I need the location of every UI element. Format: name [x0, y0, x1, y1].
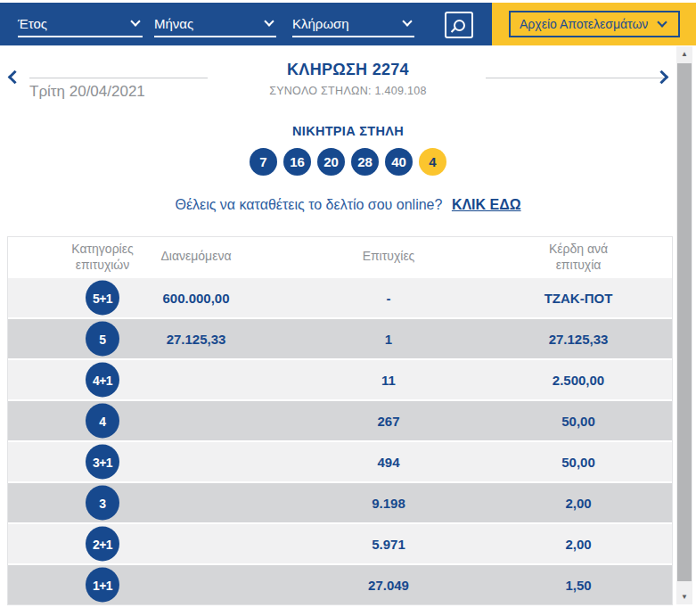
winners-value: 494 — [377, 455, 399, 470]
winning-number-ball: 20 — [317, 148, 345, 176]
winning-number-ball: 7 — [250, 148, 277, 176]
table-row: 4+1 11 2.500,00 — [8, 360, 672, 399]
month-dropdown[interactable]: Μήνας — [154, 11, 276, 37]
scroll-up-arrow-icon[interactable]: ▲ — [676, 46, 692, 62]
prize-table-header: Κατηγορίες επιτυχιών Διανεμόμενα Επιτυχί… — [8, 237, 672, 276]
winning-number-ball: 28 — [351, 148, 379, 176]
category-badge: 2+1 — [86, 527, 119, 562]
chevron-down-icon — [130, 16, 140, 26]
draw-title: ΚΛΗΡΩΣΗ 2274 — [0, 61, 696, 79]
winners-value: 267 — [377, 414, 399, 429]
prize-value: 2,00 — [565, 537, 591, 552]
online-cta-text: Θέλεις να καταθέτεις το δελτίο σου onlin… — [175, 197, 442, 212]
prize-value: 50,00 — [561, 455, 595, 470]
distributed-value: 600.000,00 — [162, 291, 229, 306]
scrollbar-thumb[interactable] — [677, 63, 692, 581]
table-row: 3 9.198 2,00 — [8, 483, 672, 522]
chevron-down-icon — [402, 16, 412, 26]
year-dropdown-label: Έτος — [18, 16, 47, 31]
total-columns-label: ΣΥΝΟΛΟ ΣΤΗΛΩΝ: 1.409.108 — [0, 85, 696, 97]
category-badge: 5+1 — [86, 281, 119, 316]
winners-value: 11 — [381, 373, 396, 388]
winning-number-ball: 16 — [283, 148, 311, 176]
search-icon — [454, 20, 465, 31]
winning-numbers: 7 16 20 28 40 4 — [0, 148, 696, 176]
prize-value: 50,00 — [561, 414, 595, 429]
category-badge: 4 — [86, 404, 119, 439]
vertical-scrollbar[interactable]: ▲ ▼ — [676, 46, 692, 604]
header-categories: Κατηγορίες επιτυχιών — [53, 242, 151, 273]
table-row: 3+1 494 50,00 — [8, 442, 672, 481]
category-badge: 4+1 — [86, 363, 119, 398]
table-row: 2+1 5.971 2,00 — [8, 524, 672, 563]
table-row: 1+1 27.049 1,50 — [8, 565, 672, 604]
prize-value: 27.125,33 — [549, 332, 609, 347]
chevron-down-icon — [264, 16, 274, 26]
results-archive-button[interactable]: Αρχείο Αποτελεσμάτων — [509, 11, 680, 37]
winners-value: 27.049 — [368, 578, 409, 593]
table-row: 5+1 600.000,00 - ΤΖΑΚ-ΠΟΤ — [8, 278, 672, 317]
filter-bar-blue-section: Έτος Μήνας Κλήρωση — [0, 3, 492, 45]
draw-dropdown-label: Κλήρωση — [292, 16, 349, 31]
table-row: 5 27.125,33 1 27.125,33 — [8, 319, 672, 358]
prize-value: 1,50 — [565, 578, 591, 593]
winning-number-ball: 40 — [385, 148, 413, 176]
category-badge: 5 — [86, 322, 119, 357]
winners-value: 1 — [385, 332, 392, 347]
category-badge: 1+1 — [86, 568, 119, 603]
year-dropdown[interactable]: Έτος — [18, 11, 143, 37]
month-dropdown-label: Μήνας — [154, 16, 193, 31]
search-button[interactable] — [445, 12, 473, 38]
category-badge: 3+1 — [86, 445, 119, 480]
header-winners: Επιτυχίες — [363, 249, 415, 265]
winning-column-title: ΝΙΚΗΤΡΙΑ ΣΤΗΛΗ — [0, 124, 696, 138]
winners-value: - — [387, 291, 391, 306]
prize-value: ΤΖΑΚ-ΠΟΤ — [545, 291, 613, 306]
table-row: 4 267 50,00 — [8, 401, 672, 440]
top-filter-bar: Έτος Μήνας Κλήρωση Αρχείο Αποτελεσμάτων — [0, 3, 696, 45]
prize-value: 2.500,00 — [553, 373, 604, 388]
chevron-down-icon — [657, 17, 667, 27]
prize-value: 2,00 — [565, 496, 591, 511]
header-distributed: Διανεμόμενα — [160, 249, 231, 265]
scroll-down-arrow-icon[interactable]: ▼ — [676, 589, 692, 604]
joker-number-ball: 4 — [419, 148, 446, 176]
header-prize: Κέρδη ανά επιτυχία — [532, 242, 626, 273]
draw-dropdown[interactable]: Κλήρωση — [292, 11, 414, 37]
results-archive-label: Αρχείο Αποτελεσμάτων — [520, 17, 648, 31]
filter-bar-yellow-section: Αρχείο Αποτελεσμάτων — [492, 3, 696, 45]
prize-table: Κατηγορίες επιτυχιών Διανεμόμενα Επιτυχί… — [7, 236, 673, 605]
distributed-value: 27.125,33 — [167, 332, 226, 347]
click-here-link[interactable]: ΚΛΙΚ ΕΔΩ — [452, 197, 521, 212]
category-badge: 3 — [86, 486, 119, 521]
online-cta: Θέλεις να καταθέτεις το δελτίο σου onlin… — [0, 197, 696, 213]
lottery-results-page: Έτος Μήνας Κλήρωση Αρχείο Αποτελεσμάτων — [0, 0, 696, 616]
winners-value: 5.971 — [372, 537, 405, 552]
winners-value: 9.198 — [372, 496, 405, 511]
